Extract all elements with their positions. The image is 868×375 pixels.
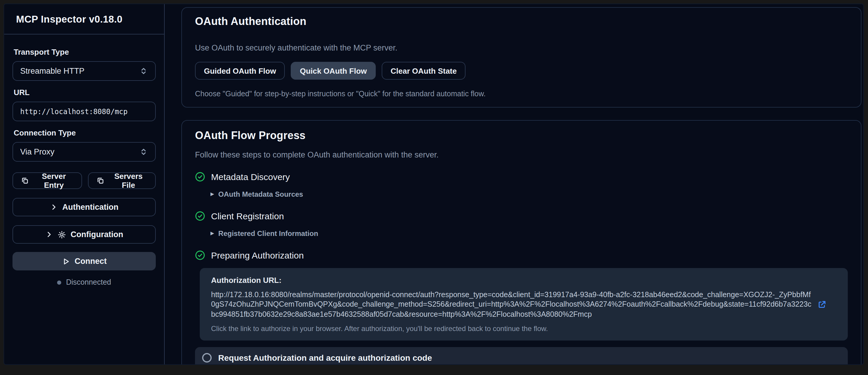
authorization-url-label: Authorization URL: — [211, 276, 836, 285]
connection-type-value: Via Proxy — [20, 147, 54, 156]
entry-buttons-row: Server Entry Servers File — [12, 173, 156, 189]
server-entry-label: Server Entry — [34, 172, 74, 190]
configuration-button[interactable]: Configuration — [12, 225, 156, 244]
copy-icon — [21, 177, 29, 185]
sidebar: MCP Inspector v0.18.0 Transport Type Str… — [4, 4, 165, 364]
check-circle-icon — [195, 172, 205, 182]
authorization-url-link[interactable]: http://172.18.0.16:8080/realms/master/pr… — [211, 290, 811, 319]
app-title: MCP Inspector v0.18.0 — [16, 13, 122, 25]
app-window: MCP Inspector v0.18.0 Transport Type Str… — [0, 0, 868, 375]
status-text: Disconnected — [66, 278, 111, 286]
step-title: Metadata Discovery — [211, 172, 290, 182]
connect-label: Connect — [74, 257, 107, 265]
oauth-helper-text: Choose "Guided" for step-by-step instruc… — [195, 90, 848, 98]
sidebar-body: Transport Type Streamable HTTP URL http:… — [4, 34, 164, 293]
chevron-right-icon — [45, 230, 53, 238]
select-updown-icon — [139, 67, 148, 75]
transport-type-value: Streamable HTTP — [20, 67, 85, 75]
step-metadata-discovery: Metadata Discovery — [195, 172, 848, 182]
summary-label: OAuth Metadata Sources — [218, 190, 303, 198]
gear-icon — [58, 230, 66, 239]
connection-type-label: Connection Type — [14, 128, 155, 137]
check-circle-icon — [195, 250, 205, 260]
url-input[interactable]: http://localhost:8080/mcp — [12, 102, 156, 121]
triangle-right-icon: ▶ — [211, 192, 214, 197]
authorization-url-row: http://172.18.0.16:8080/realms/master/pr… — [211, 290, 836, 319]
transport-type-label: Transport Type — [14, 48, 155, 57]
quick-oauth-flow-button[interactable]: Quick OAuth Flow — [291, 62, 376, 80]
oauth-metadata-sources-toggle[interactable]: ▶ OAuth Metadata Sources — [211, 190, 848, 198]
mcp-inspector-frame: MCP Inspector v0.18.0 Transport Type Str… — [4, 4, 864, 365]
connect-button[interactable]: Connect — [12, 252, 156, 271]
status-dot — [57, 280, 61, 284]
oauth-flow-progress-title: OAuth Flow Progress — [195, 130, 848, 142]
server-entry-button[interactable]: Server Entry — [12, 173, 82, 189]
configuration-label: Configuration — [71, 230, 123, 239]
step-title: Preparing Authorization — [211, 250, 304, 260]
step-request-authorization[interactable]: Request Authorization and acquire author… — [195, 347, 848, 365]
triangle-right-icon: ▶ — [211, 231, 214, 236]
check-circle-icon — [195, 211, 205, 221]
main-content: OAuth Authentication Use OAuth to secure… — [165, 4, 863, 364]
external-link-icon[interactable] — [817, 300, 826, 309]
connection-status: Disconnected — [12, 278, 156, 286]
oauth-buttons-row: Guided OAuth Flow Quick OAuth Flow Clear… — [195, 62, 848, 80]
step-client-registration: Client Registration — [195, 211, 848, 221]
chevron-right-icon — [50, 203, 58, 211]
play-icon — [62, 257, 70, 265]
servers-file-button[interactable]: Servers File — [88, 173, 156, 189]
guided-oauth-flow-button[interactable]: Guided OAuth Flow — [195, 62, 285, 80]
step-title: Request Authorization and acquire author… — [218, 353, 432, 363]
pending-circle-icon — [202, 353, 212, 363]
servers-file-label: Servers File — [110, 172, 148, 190]
sidebar-header: MCP Inspector v0.18.0 — [4, 4, 164, 34]
oauth-flow-progress-card: OAuth Flow Progress Follow these steps t… — [181, 120, 862, 364]
authentication-button[interactable]: Authentication — [12, 198, 156, 216]
transport-type-select[interactable]: Streamable HTTP — [12, 61, 156, 81]
oauth-authentication-description: Use OAuth to securely authenticate with … — [195, 43, 848, 52]
step-title: Client Registration — [211, 211, 284, 221]
authorization-url-panel: Authorization URL: http://172.18.0.16:80… — [200, 268, 848, 341]
authentication-label: Authentication — [62, 202, 119, 212]
step-preparing-authorization: Preparing Authorization — [195, 250, 848, 260]
clear-oauth-state-button[interactable]: Clear OAuth State — [382, 62, 466, 80]
registered-client-information-toggle[interactable]: ▶ Registered Client Information — [211, 229, 848, 238]
select-updown-icon — [139, 147, 148, 156]
summary-label: Registered Client Information — [218, 229, 318, 238]
oauth-authentication-title: OAuth Authentication — [195, 15, 848, 28]
authorization-url-helper: Click the link to authorize in your brow… — [211, 324, 836, 333]
url-label: URL — [14, 88, 155, 97]
copy-icon — [96, 177, 105, 185]
oauth-authentication-card: OAuth Authentication Use OAuth to secure… — [181, 7, 862, 107]
connection-type-select[interactable]: Via Proxy — [12, 142, 156, 162]
oauth-flow-progress-description: Follow these steps to complete OAuth aut… — [195, 150, 848, 159]
